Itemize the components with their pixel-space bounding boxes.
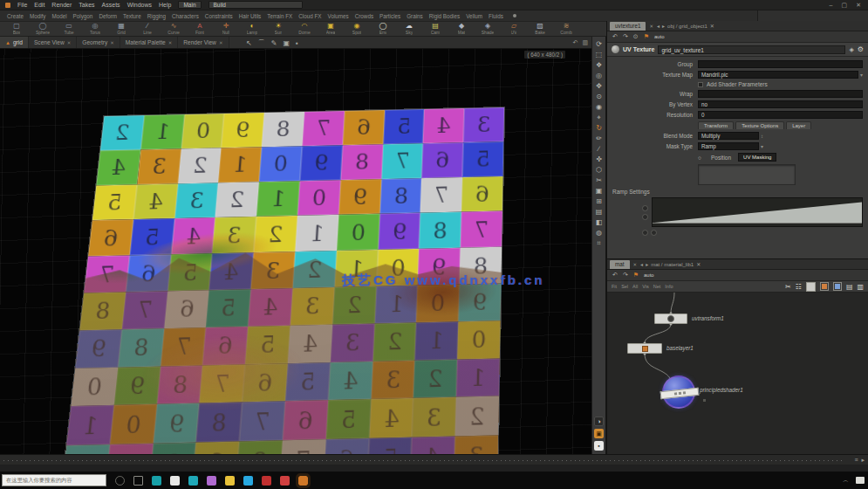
shelf-tool-lamp[interactable]: ◐Lamp [241,23,263,35]
parameter-tab[interactable]: uvtexture1 [610,22,646,31]
app-yellow-icon[interactable] [225,476,235,486]
desktop-selector[interactable]: Build [208,1,303,9]
close-icon[interactable]: ✕ [67,40,72,45]
undo-icon[interactable]: ↶ [612,33,618,40]
mask-icon[interactable]: ◍ [596,229,602,237]
shelf-tool-line[interactable]: ∕Line [136,23,159,35]
shelf-tool-mat[interactable]: ◆Mat [450,23,473,35]
uv-masking-chip[interactable]: UV Masking [738,153,776,162]
shelf-tab-terrain-fx[interactable]: Terrain FX [267,13,292,19]
param-subtab-texture-options[interactable]: Texture Options [735,121,784,129]
playbar-menu-icon[interactable]: ≡ [854,457,858,464]
app-dot-icon[interactable] [280,476,290,486]
texture-preview-box[interactable] [698,164,796,185]
close-icon[interactable]: ✕ [633,262,638,267]
ramp-key-handle[interactable] [642,230,648,236]
network-tab[interactable]: mat [610,260,630,269]
shelf-tab-rigid-bodies[interactable]: Rigid Bodies [429,13,460,19]
close-icon[interactable]: ✕ [710,23,714,29]
orbit-icon[interactable]: ◎ [596,72,602,79]
close-icon[interactable]: ✕ [168,40,173,45]
app-blue-icon[interactable] [243,476,253,486]
task-view-icon[interactable] [133,476,143,486]
radio-icon[interactable]: ○ [698,155,701,161]
cut-wires-icon[interactable]: ✂ [785,283,791,291]
shelf-tool-sphere[interactable]: ◯Sphere [31,23,54,35]
preset-icon[interactable]: ◈ [849,46,853,53]
node-name-field[interactable]: grid_uv_texture1 [658,45,845,54]
app-folder-icon[interactable] [188,476,198,486]
brush-tool-icon[interactable]: ✎ [271,39,277,47]
app-houdini-icon[interactable] [298,476,308,486]
dropdown-icon[interactable]: ▾ [761,143,763,149]
minimize-button[interactable]: – [830,2,835,8]
app-teal-icon[interactable] [152,476,161,486]
play-icon[interactable]: ▸ [861,457,865,464]
app-mail-icon[interactable] [170,476,180,486]
net-toolbar-info[interactable]: Info [665,284,673,289]
path-back-icon[interactable]: ◂ [640,261,643,267]
pin-icon[interactable]: ⊙ [633,33,639,40]
shelf-tool-area[interactable]: ▣Area [319,23,342,35]
group-field[interactable] [698,60,863,68]
menu-file[interactable]: File [17,2,27,8]
close-icon[interactable]: ✕ [110,40,114,45]
shelf-tool-cam[interactable]: ▤Cam [424,23,447,35]
ramp-add-key-button[interactable] [642,205,648,211]
dot-tool-icon[interactable]: ▪ [296,39,298,47]
mask-type-select[interactable]: Ramp [698,142,759,150]
display-options-icon[interactable]: ◑ [594,417,604,426]
shelf-more-icon[interactable] [513,14,516,17]
tray-caret-icon[interactable]: ︿ [843,476,849,485]
menu-edit[interactable]: Edit [34,2,44,8]
redo-icon[interactable]: ↷ [623,33,628,40]
close-button[interactable]: ✕ [856,2,863,9]
shelf-tool-box[interactable]: ▢Box [5,23,28,35]
select-mode-icon[interactable]: ❖ [596,61,602,69]
flag-icon[interactable]: ⚑ [644,33,649,40]
pane-tab-render-view[interactable]: Render View✕ [178,37,229,48]
shelf-tab-vellum[interactable]: Vellum [466,13,482,19]
shelf-tool-comb[interactable]: ≋Comb [555,23,578,35]
shelf-tool-font[interactable]: AFont [188,23,211,35]
shelf-tab-deform[interactable]: Deform [99,13,117,19]
render-flipbook-icon[interactable]: ▪ [594,441,604,451]
menu-help[interactable]: Help [159,2,171,8]
pane-tab-scene-view[interactable]: Scene View✕ [29,37,77,48]
spinner-icon[interactable]: ↕ [761,134,763,139]
home-view-icon[interactable]: ⟳ [596,40,602,48]
menu-windows[interactable]: Windows [127,2,152,8]
close-icon[interactable]: ✕ [649,24,653,29]
shelf-tab-polygon[interactable]: Polygon [73,13,93,19]
shelf-tool-uv[interactable]: ▱UV [502,23,525,35]
tray-icon[interactable] [856,477,865,484]
box-select-icon[interactable]: ▣ [283,39,290,47]
path-fwd-icon[interactable]: ▸ [662,23,665,29]
taskbar-search-input[interactable]: 在这里输入你要搜索的内容 [2,474,106,486]
menu-takes[interactable]: Takes [79,2,94,8]
net-toolbar-vis[interactable]: Vis [642,284,649,289]
checkbox[interactable] [698,82,703,87]
target-icon[interactable]: ⌖ [597,114,601,121]
snap-icon[interactable]: ✜ [596,155,602,163]
shelf-tab-rigging[interactable]: Rigging [147,13,166,19]
shelf-tool-null[interactable]: ✛Null [215,23,237,35]
shelf-tool-shade[interactable]: ◈Shade [476,23,499,35]
shelf-tool-bake[interactable]: ▨Bake [529,23,551,35]
param-subtab-transform[interactable]: Transform [698,121,734,129]
snippet-icon[interactable]: ▤ [846,283,853,291]
param-subtab-layer[interactable]: Layer [786,121,811,129]
shelf-tab-particles[interactable]: Particles [379,13,400,19]
expand-pane-icon[interactable]: ▥ [582,39,588,46]
move-icon[interactable]: ✥ [596,82,602,90]
shelf-tab-cloud-fx[interactable]: Cloud FX [298,13,321,19]
resolution-field[interactable]: 0 [698,111,863,119]
shelf-tab-constraints[interactable]: Constraints [205,13,233,19]
app-red-icon[interactable] [262,476,271,486]
shelf-tab-crowds[interactable]: Crowds [355,13,373,19]
menu-assets[interactable]: Assets [102,2,120,8]
lattice-icon[interactable]: ⬡ [596,166,602,174]
wire-icon[interactable]: ⌗ [597,239,601,247]
shelf-tab-hair-utils[interactable]: Hair Utils [239,13,262,19]
node-uvtransform[interactable] [654,313,687,324]
